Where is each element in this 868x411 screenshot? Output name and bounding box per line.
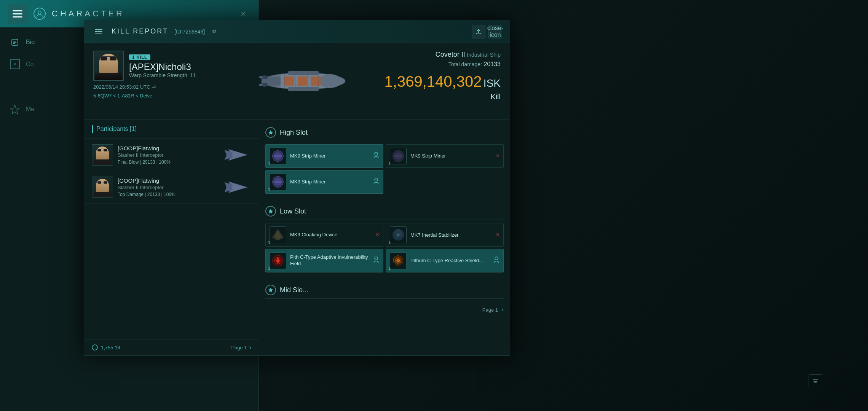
bio-icon bbox=[9, 37, 21, 48]
participant-1-avatar bbox=[92, 144, 113, 166]
close-modal-button[interactable]: close-icon bbox=[488, 25, 502, 38]
participant-1-ship-img bbox=[221, 145, 251, 164]
high-slot-section: High Slot 1 MK9 Strip Miner bbox=[259, 119, 510, 198]
participant-2-avatar bbox=[92, 177, 113, 198]
participant-1[interactable]: [GOOP]Flatwing Slasher II Interceptor Fi… bbox=[84, 139, 259, 171]
svg-text:₁: ₁ bbox=[94, 346, 96, 350]
fitting-name-low-1: MK9 Cloaking Device bbox=[290, 232, 337, 238]
ship-image bbox=[250, 54, 357, 108]
mid-slot-section: Mid Slo... bbox=[259, 277, 510, 303]
isk-unit: ISK bbox=[483, 77, 501, 89]
close-char-button[interactable]: × bbox=[236, 6, 251, 21]
low-slot-section: Low Slot 1 MK9 Cloaking Device × bbox=[259, 198, 510, 277]
modal-menu-button[interactable] bbox=[92, 25, 105, 38]
total-damage-value: 20133 bbox=[484, 61, 501, 67]
participant-1-stats: Final Blow | 20133 | 100% bbox=[118, 159, 216, 165]
fitting-high-1[interactable]: 1 MK9 Strip Miner bbox=[265, 144, 383, 168]
isk-footer-icon: ₁ bbox=[92, 344, 98, 350]
participant-2-stats: Top Damage | 20133 | 100% bbox=[118, 192, 216, 197]
participant-1-info: [GOOP]Flatwing Slasher II Interceptor Fi… bbox=[118, 145, 216, 165]
mid-slot-title: Mid Slo... bbox=[280, 286, 308, 294]
fitting-count-low-1: 1 bbox=[268, 240, 270, 245]
fittings-next-page[interactable]: › bbox=[502, 306, 504, 313]
fitting-count-low-2: 1 bbox=[388, 240, 391, 245]
fitting-count-low-4: 1 bbox=[388, 266, 391, 271]
svg-rect-13 bbox=[288, 71, 319, 75]
participants-footer: ₁ 1,755.16 Page 1 › bbox=[84, 339, 259, 355]
fitting-low-1[interactable]: 1 MK9 Cloaking Device × bbox=[265, 223, 383, 247]
svg-marker-5 bbox=[10, 105, 19, 114]
participant-2-info: [GOOP]Flatwing Slasher II Interceptor To… bbox=[118, 177, 216, 197]
victim-warp-stat: Warp Scramble Strength: 11 bbox=[129, 72, 196, 78]
low-slot-header: Low Slot bbox=[265, 202, 504, 220]
svg-point-53 bbox=[495, 257, 498, 260]
isk-value: 1,369,140,302 bbox=[385, 73, 482, 90]
fitting-name-high-1: MK9 Strip Miner bbox=[290, 153, 326, 159]
participant-1-name: [GOOP]Flatwing bbox=[118, 145, 216, 151]
next-page-button[interactable]: › bbox=[249, 344, 251, 351]
fitting-low-2[interactable]: 1 MK7 Inertial Stabilizer × bbox=[386, 223, 504, 247]
fitting-name-low-3: Pith C-Type Adaptive Invulnerability Fie… bbox=[290, 254, 369, 267]
kill-report-modal: KILL REPORT [ID:7259849] ⧉ close-icon bbox=[84, 20, 510, 356]
victim-info: 1 Kill [APEX]Nicholi3 Warp Scramble Stre… bbox=[93, 51, 223, 112]
svg-rect-38 bbox=[394, 155, 402, 157]
svg-point-51 bbox=[375, 257, 378, 260]
participants-title: Participants [1] bbox=[96, 126, 137, 132]
svg-rect-34 bbox=[274, 155, 282, 157]
fitting-status-low-3 bbox=[373, 256, 379, 265]
participants-panel: Participants [1] [GOOP]Flatwing Slasher … bbox=[84, 119, 259, 355]
svg-rect-10 bbox=[284, 76, 294, 86]
ship-type: Covetor II bbox=[436, 51, 465, 58]
fitting-name-high-3: MK9 Strip Miner bbox=[290, 179, 326, 185]
kill-content: Participants [1] [GOOP]Flatwing Slasher … bbox=[84, 119, 510, 355]
strip-miner-icon-3 bbox=[270, 174, 286, 190]
modal-header-actions: close-icon bbox=[472, 25, 502, 38]
victim-location: 5-6QW7 < 1-A81R < Delve. bbox=[93, 93, 223, 99]
victim-avatar bbox=[93, 51, 124, 81]
footer-isk: 1,755.16 bbox=[101, 345, 120, 350]
participant-2-ship: Slasher II Interceptor bbox=[118, 185, 216, 190]
svg-point-35 bbox=[375, 152, 378, 155]
star-label: Me bbox=[26, 106, 34, 113]
participants-header: Participants [1] bbox=[84, 119, 259, 139]
fitting-status-low-2: × bbox=[496, 231, 499, 238]
svg-point-0 bbox=[38, 11, 41, 14]
participant-2[interactable]: [GOOP]Flatwing Slasher II Interceptor To… bbox=[84, 171, 259, 204]
fitting-low-3[interactable]: 1 Pith C-Type Adaptive Invulnerability F… bbox=[265, 249, 383, 272]
fitting-status-low-1: × bbox=[376, 231, 379, 238]
fitting-status-high-3 bbox=[373, 177, 379, 186]
fitting-high-3[interactable]: 1 MK9 Strip Miner bbox=[265, 170, 383, 194]
modal-header: KILL REPORT [ID:7259849] ⧉ close-icon bbox=[84, 20, 510, 43]
svg-rect-14 bbox=[288, 87, 319, 91]
high-slot-header: High Slot bbox=[265, 123, 504, 141]
total-damage-label: Total damage: bbox=[448, 61, 482, 67]
low-slot-icon bbox=[265, 206, 276, 217]
filter-button[interactable] bbox=[809, 374, 822, 388]
fitting-high-2[interactable]: 1 MK9 Strip Miner × bbox=[386, 144, 504, 168]
char-menu-button[interactable] bbox=[8, 4, 27, 24]
page-label: Page 1 bbox=[231, 345, 247, 350]
high-slot-icon bbox=[265, 127, 276, 138]
fitting-low-4[interactable]: 1 Pithum C-Type Reactive Shield... bbox=[386, 249, 504, 272]
strip-miner-icon-1 bbox=[270, 148, 286, 164]
fitting-status-high-1 bbox=[373, 151, 379, 161]
fitting-name-high-2: MK9 Strip Miner bbox=[410, 153, 446, 159]
co-label: Co bbox=[26, 61, 34, 68]
svg-point-17 bbox=[259, 76, 263, 78]
kill-top-section: 1 Kill [APEX]Nicholi3 Warp Scramble Stre… bbox=[84, 43, 510, 119]
invuln-icon bbox=[270, 252, 286, 269]
modal-title: KILL REPORT bbox=[112, 27, 168, 35]
fittings-panel: High Slot 1 MK9 Strip Miner bbox=[259, 119, 510, 355]
fitting-count-3: 1 bbox=[268, 187, 270, 192]
mid-slot-icon bbox=[265, 285, 276, 295]
fitting-name-low-4: Pithum C-Type Reactive Shield... bbox=[410, 258, 483, 264]
reactive-shield-icon bbox=[390, 252, 407, 269]
kill-count-badge: 1 Kill bbox=[129, 54, 150, 60]
high-slot-title: High Slot bbox=[280, 129, 308, 137]
svg-marker-43 bbox=[268, 209, 273, 213]
bio-label: Bio bbox=[26, 39, 35, 46]
fitting-count-low-3: 1 bbox=[268, 266, 270, 271]
page-text: Page 1 bbox=[482, 307, 498, 313]
export-button[interactable] bbox=[472, 25, 485, 38]
header-accent bbox=[92, 125, 93, 133]
